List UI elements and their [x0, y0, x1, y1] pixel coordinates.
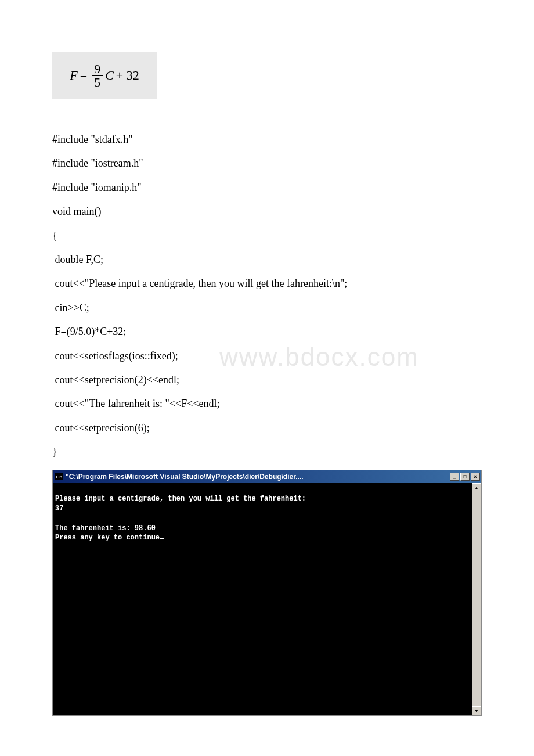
code-line: F=(9/5.0)*C+32; — [52, 320, 482, 344]
formula-lhs: F — [70, 68, 77, 83]
scroll-down-button[interactable]: ▼ — [472, 706, 481, 715]
code-line: cout<<setprecision(6); — [52, 416, 482, 440]
console-titlebar[interactable]: C:\ "C:\Program Files\Microsoft Visual S… — [53, 470, 481, 483]
code-line: cout<<setiosflags(ios::fixed); — [52, 344, 482, 368]
console-body: Please input a centigrade, then you will… — [53, 483, 481, 715]
code-line: #include "iomanip.h" — [52, 176, 482, 200]
code-line: #include "iostream.h" — [52, 152, 482, 175]
formula-var: C — [105, 68, 114, 83]
code-block: #include "stdafx.h" #include "iostream.h… — [52, 128, 482, 464]
formula-image: F = 9 5 C + 32 — [52, 52, 157, 99]
formula-numerator: 9 — [92, 63, 103, 76]
formula-denominator: 5 — [92, 76, 103, 89]
console-window: C:\ "C:\Program Files\Microsoft Visual S… — [52, 470, 482, 716]
code-line: cout<<"Please input a centigrade, then y… — [52, 272, 482, 296]
minimize-button[interactable]: _ — [450, 473, 459, 481]
close-button[interactable]: × — [471, 473, 480, 481]
code-line: cout<<setprecision(2)<<endl; — [52, 368, 482, 392]
cursor-icon — [160, 538, 164, 539]
scroll-up-button[interactable]: ▲ — [472, 483, 481, 492]
console-title: "C:\Program Files\Microsoft Visual Studi… — [66, 473, 304, 481]
code-line: cout<<"The fahrenheit is: "<<F<<endl; — [52, 392, 482, 416]
code-line: } — [52, 440, 482, 464]
console-line: 37 — [55, 505, 63, 513]
code-line: cin>>C; — [52, 296, 482, 320]
formula-fraction: 9 5 — [92, 63, 103, 89]
code-line: double F,C; — [52, 248, 482, 272]
code-line: { — [52, 224, 482, 248]
cmd-icon: C:\ — [55, 473, 63, 480]
formula-constant: + 32 — [116, 68, 139, 83]
console-line: Press any key to continue — [55, 534, 160, 542]
console-line: The fahrenheit is: 98.60 — [55, 524, 156, 532]
code-line: void main() — [52, 200, 482, 224]
console-line: Please input a centigrade, then you will… — [55, 495, 306, 503]
code-line: #include "stdafx.h" — [52, 128, 482, 152]
formula-eq: = — [80, 68, 87, 83]
maximize-button[interactable]: □ — [460, 473, 470, 481]
scrollbar[interactable]: ▲ ▼ — [472, 483, 481, 715]
